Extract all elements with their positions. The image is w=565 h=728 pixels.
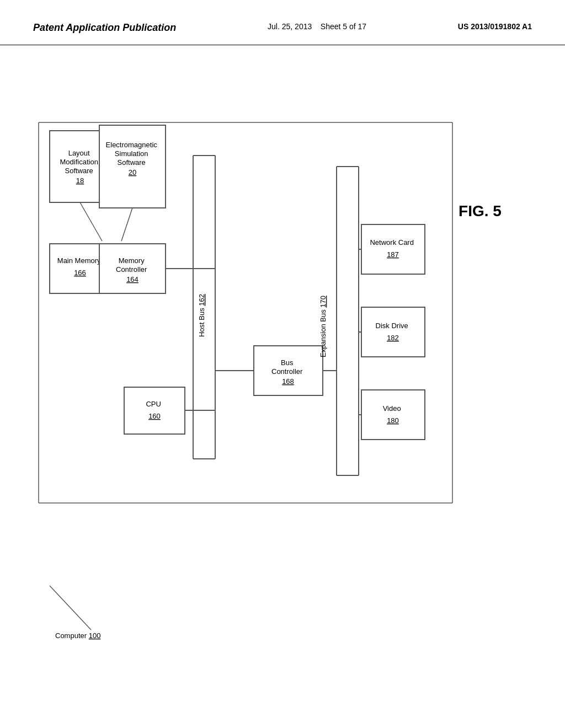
host-bus-label: Host Bus 162 [198, 294, 206, 337]
publication-date-sheet: Jul. 25, 2013 Sheet 5 of 17 [268, 22, 366, 31]
computer-pointer-line [50, 586, 91, 630]
line-em-to-memory [121, 208, 132, 241]
expansion-bus-label: Expansion Bus 170 [319, 296, 327, 357]
disk-drive-box [361, 307, 425, 357]
fig-label: FIG. 5 [459, 202, 502, 220]
publication-title: Patent Application Publication [33, 22, 176, 34]
publication-number: US 2013/0191802 A1 [458, 22, 532, 31]
diagram-svg: Layout Modification Software 18 Electrom… [0, 45, 565, 707]
cpu-box [124, 387, 185, 434]
computer-label: Computer 100 [55, 631, 100, 640]
page-header: Patent Application Publication Jul. 25, … [0, 0, 565, 45]
network-card-box [361, 224, 425, 274]
diagram-area: Layout Modification Software 18 Electrom… [0, 45, 565, 707]
em-sim-box [99, 125, 166, 208]
video-box [361, 390, 425, 440]
